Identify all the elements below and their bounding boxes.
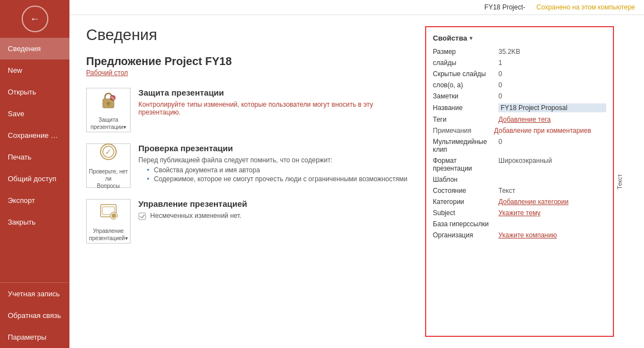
prop-value-categories[interactable]: Добавление категории xyxy=(498,198,606,206)
sidebar-item-print[interactable]: Печать xyxy=(0,146,69,168)
prop-label-subject: Subject xyxy=(433,209,494,217)
protect-title: Защита презентации xyxy=(138,88,408,97)
prop-row-subject: Subject Укажите тему xyxy=(433,209,606,217)
svg-rect-13 xyxy=(139,213,146,220)
prop-value-words: 0 xyxy=(498,81,606,89)
manage-text: Управление презентацией Несмеченных изме… xyxy=(138,199,247,222)
prop-label-notes: Заметки xyxy=(433,92,494,100)
prop-label-state: Состояние xyxy=(433,187,494,195)
prop-label-size: Размер xyxy=(433,48,494,56)
sidebar-item-save[interactable]: Save xyxy=(0,103,69,125)
prop-row-tags: Теги Добавление тега xyxy=(433,116,606,123)
prop-label-template: Шаблон xyxy=(433,176,494,183)
sidebar-item-options[interactable]: Параметры xyxy=(0,326,69,348)
prop-value-slides: 1 xyxy=(498,59,606,67)
prop-row-size: Размер 35.2KB xyxy=(433,48,606,56)
lock-icon: ✎ xyxy=(98,90,118,114)
page-title: Сведения xyxy=(86,26,408,44)
prop-value-org[interactable]: Укажите компанию xyxy=(498,231,606,239)
protect-text: Защита презентации Контролируйте типы из… xyxy=(138,88,408,118)
check-item-2: Содержимое, которое не смогут прочесть л… xyxy=(147,175,407,183)
main-area: FY18 Project- Сохранено на этом компьюте… xyxy=(69,0,644,348)
prop-label-hyperlink: База гиперссылки xyxy=(433,220,494,228)
manage-description: Несмеченных изменений нет. xyxy=(138,212,247,220)
prop-label-tags: Теги xyxy=(433,116,494,123)
prop-label-format: Формат презентации xyxy=(433,157,494,172)
protect-label: Защита презентации▾ xyxy=(89,116,128,131)
manage-icon-box[interactable]: Управлениепрезентацией▾ xyxy=(86,199,131,243)
sidebar-item-share[interactable]: Общий доступ xyxy=(0,168,69,190)
prop-row-comments: Примечания Добавление при комментариев xyxy=(433,127,606,135)
manage-label: Управлениепрезентацией▾ xyxy=(89,227,127,242)
check-label: Проверьте, нет лиВопросы xyxy=(89,168,128,190)
prop-value-comments[interactable]: Добавление при комментариев xyxy=(494,127,606,135)
prop-value-hidden-slides: 0 xyxy=(498,70,606,78)
prop-row-format: Формат презентации Широкоэкранный xyxy=(433,157,606,172)
prop-row-template: Шаблон xyxy=(433,176,606,183)
sidebar-item-info[interactable]: Сведения xyxy=(0,38,69,59)
prop-value-state: Текст xyxy=(498,187,606,195)
sidebar: ← Сведения New Открыть Save Сохранение д… xyxy=(0,0,69,348)
back-button[interactable]: ← xyxy=(22,6,48,32)
protect-description: Контролируйте типы изменений, которые по… xyxy=(138,101,408,116)
svg-text:✎: ✎ xyxy=(111,96,115,101)
manage-block: Управлениепрезентацией▾ Управление презе… xyxy=(86,199,408,243)
prop-label-org: Организация xyxy=(433,231,494,239)
prop-row-hidden-slides: Скрытые слайды 0 xyxy=(433,70,606,78)
prop-label-hidden-slides: Скрытые слайды xyxy=(433,70,494,78)
check-block: ✓ Проверьте, нет лиВопросы Проверка през… xyxy=(86,143,408,188)
sidebar-item-save-as[interactable]: Сохранение докуме... xyxy=(0,125,69,146)
properties-chevron[interactable]: ▾ xyxy=(470,35,472,41)
prop-value-tags[interactable]: Добавление тега xyxy=(498,116,606,123)
prop-row-media: Мультимедийные клип 0 xyxy=(433,138,606,153)
check-title: Проверка презентации xyxy=(138,143,407,153)
sidebar-item-account[interactable]: Учетная запись xyxy=(0,283,69,305)
svg-line-15 xyxy=(142,215,144,218)
prop-label-comments: Примечания xyxy=(433,127,494,135)
side-text-container: Текст xyxy=(614,26,627,337)
left-panel: Сведения Предложение Project FY18 Рабочи… xyxy=(86,26,408,337)
prop-label-media: Мультимедийные клип xyxy=(433,138,494,153)
manage-icon xyxy=(98,201,118,225)
prop-value-subject[interactable]: Укажите тему xyxy=(498,209,606,217)
prop-label-categories: Категории xyxy=(433,198,494,206)
check-subtitle: Перед публикацией файла следует помнить,… xyxy=(138,156,407,164)
side-text: Текст xyxy=(616,174,625,190)
prop-value-title[interactable]: FY18 Project Proposal xyxy=(498,103,606,112)
protect-icon-box[interactable]: ✎ Защита презентации▾ xyxy=(86,88,131,132)
prop-row-hyperlink: База гиперссылки xyxy=(433,220,606,228)
prop-value-notes: 0 xyxy=(498,92,606,100)
topbar-saved-status: Сохранено на этом компьютере xyxy=(536,3,635,11)
prop-row-org: Организация Укажите компанию xyxy=(433,231,606,239)
check-icon: ✓ xyxy=(98,142,118,166)
prop-label-title: Название xyxy=(433,104,494,112)
topbar: FY18 Project- Сохранено на этом компьюте… xyxy=(69,0,644,15)
svg-text:✓: ✓ xyxy=(105,147,112,156)
sidebar-item-feedback[interactable]: Обратная связь xyxy=(0,305,69,326)
sidebar-item-new[interactable]: New xyxy=(0,59,69,81)
manage-title: Управление презентацией xyxy=(138,199,247,208)
file-title: Предложение Project FY18 xyxy=(86,55,408,68)
prop-value-size: 35.2KB xyxy=(498,48,606,56)
prop-label-slides: слайды xyxy=(433,59,494,67)
prop-row-notes: Заметки 0 xyxy=(433,92,606,100)
file-location[interactable]: Рабочий стол xyxy=(86,69,408,77)
sidebar-item-export[interactable]: Экспорт xyxy=(0,190,69,211)
prop-label-words: слов(о, а) xyxy=(433,81,494,89)
prop-row-words: слов(о, а) 0 xyxy=(433,81,606,89)
sidebar-item-open[interactable]: Открыть xyxy=(0,81,69,103)
prop-row-title: Название FY18 Project Proposal xyxy=(433,103,606,112)
right-section: Свойства ▾ Размер 35.2KB слайды 1 Скрыты… xyxy=(425,26,627,337)
check-list: Свойства документа и имя автора Содержим… xyxy=(147,166,407,183)
check-text: Проверка презентации Перед публикацией ф… xyxy=(138,143,407,184)
prop-value-format: Широкоэкранный xyxy=(498,157,606,165)
check-item-1: Свойства документа и имя автора xyxy=(147,166,407,174)
topbar-filename: FY18 Project- xyxy=(485,3,525,11)
prop-row-slides: слайды 1 xyxy=(433,59,606,67)
svg-line-12 xyxy=(116,218,118,220)
check-icon-box[interactable]: ✓ Проверьте, нет лиВопросы xyxy=(86,143,131,188)
properties-header: Свойства ▾ xyxy=(433,34,606,42)
sidebar-item-close[interactable]: Закрыть xyxy=(0,211,69,233)
protect-block: ✎ Защита презентации▾ Защита презентации… xyxy=(86,88,408,132)
prop-row-state: Состояние Текст xyxy=(433,187,606,195)
